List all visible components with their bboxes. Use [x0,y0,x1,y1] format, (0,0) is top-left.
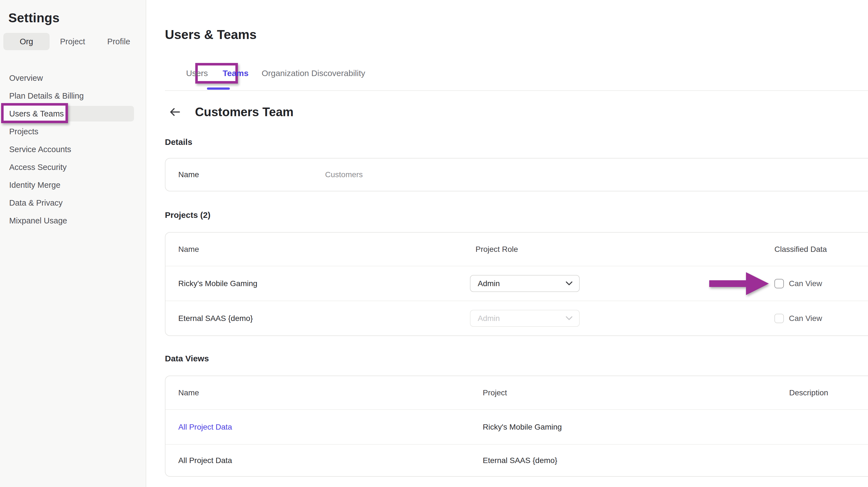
projects-table: Name Project Role Classified Data Ricky'… [165,232,868,336]
data-view-row-1: All Project Data Ricky's Mobile Gaming [165,409,868,444]
tab-teams[interactable]: Teams [223,68,248,78]
classified-data-cell: Can View [774,314,868,323]
tab-users[interactable]: Users [186,68,208,78]
project-role-dropdown-disabled[interactable]: Admin [470,310,580,327]
sidebar-item-plan-details-billing[interactable]: Plan Details & Billing [0,87,146,105]
details-card: Name Customers [165,158,868,191]
can-view-label: Can View [789,279,822,288]
projects-col-role: Project Role [470,245,774,254]
project-row-rickys-mobile-gaming: Ricky's Mobile Gaming Admin Can View [165,266,868,301]
chevron-down-icon [566,281,572,285]
scope-tab-project[interactable]: Project [50,33,96,50]
classified-data-cell: Can View [774,279,868,288]
back-button[interactable] [169,106,181,118]
projects-table-header: Name Project Role Classified Data [165,233,868,266]
data-views-col-project: Project [483,388,789,397]
can-view-label: Can View [789,314,822,323]
projects-col-name: Name [178,245,470,254]
projects-heading: Projects (2) [165,210,868,220]
sidebar-item-data-privacy[interactable]: Data & Privacy [0,194,146,212]
data-views-heading: Data Views [165,354,868,363]
settings-nav: Overview Plan Details & Billing Users & … [0,69,146,230]
project-row-eternal-saas: Eternal SAAS {demo} Admin Can View [165,301,868,335]
team-title: Customers Team [195,105,293,119]
tab-teams-wrap: Teams [208,68,248,78]
data-views-table: Name Project Description All Project Dat… [165,375,868,477]
sidebar-item-access-security[interactable]: Access Security [0,158,146,176]
project-role-dropdown[interactable]: Admin [470,275,580,292]
details-heading: Details [165,138,868,147]
can-view-checkbox[interactable] [774,314,784,323]
sidebar-item-mixpanel-usage[interactable]: Mixpanel Usage [0,212,146,230]
chevron-down-icon [566,316,572,321]
details-name-label: Name [178,170,325,179]
sidebar-item-users-teams[interactable]: Users & Teams [0,105,146,123]
settings-sidebar: Settings Org Project Profile Overview Pl… [0,0,146,487]
sidebar-item-projects[interactable]: Projects [0,123,146,141]
sidebar-item-identity-merge[interactable]: Identity Merge [0,176,146,194]
projects-col-classified: Classified Data [774,245,868,254]
project-name: Ricky's Mobile Gaming [178,279,470,288]
data-view-row-2: All Project Data Eternal SAAS {demo} [165,444,868,476]
active-tab-underline [207,88,230,90]
can-view-checkbox[interactable] [774,279,784,288]
data-views-col-name: Name [178,388,483,397]
data-views-table-header: Name Project Description [165,376,868,409]
page-title: Users & Teams [165,27,868,42]
scope-tab-profile[interactable]: Profile [96,33,142,50]
scope-tab-org[interactable]: Org [3,33,50,50]
data-view-name: All Project Data [178,456,483,465]
data-views-col-description: Description [789,388,868,397]
sidebar-item-service-accounts[interactable]: Service Accounts [0,141,146,158]
tab-organization-discoverability[interactable]: Organization Discoverability [261,68,365,78]
data-view-project: Ricky's Mobile Gaming [483,423,789,431]
users-teams-tabs: Users Teams Organization Discoverability [165,68,868,91]
sidebar-item-overview[interactable]: Overview [0,69,146,87]
arrow-left-icon [169,106,181,118]
project-name: Eternal SAAS {demo} [178,314,470,323]
settings-scope-tabs: Org Project Profile [3,33,142,50]
main-content: Users & Teams Users Teams Organization D… [147,27,868,477]
details-name-value: Customers [325,170,363,179]
data-view-project: Eternal SAAS {demo} [483,456,789,465]
settings-title: Settings [8,10,146,26]
data-view-link[interactable]: All Project Data [178,423,483,431]
team-header: Customers Team [165,104,868,120]
